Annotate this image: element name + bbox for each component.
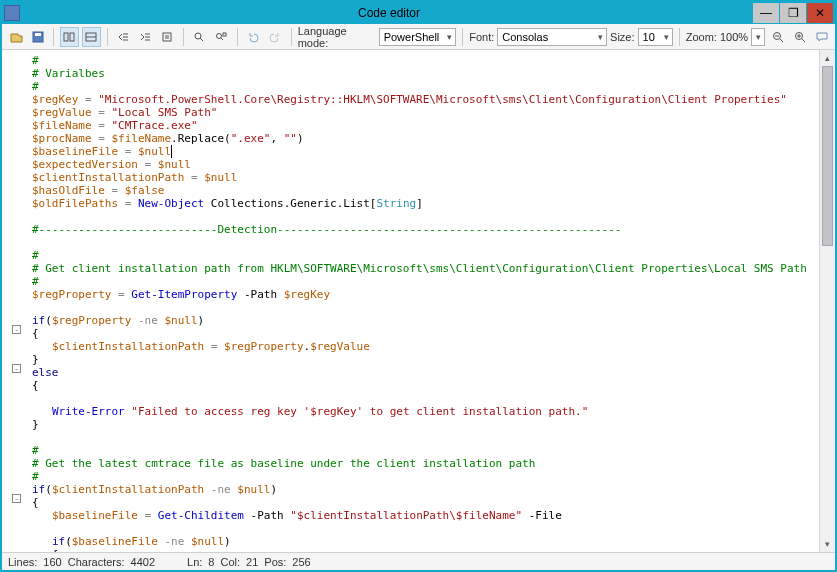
font-combo[interactable]: Consolas xyxy=(497,28,607,46)
svg-rect-3 xyxy=(70,33,74,41)
toolbar-separator xyxy=(291,28,292,46)
status-col: 21 xyxy=(246,556,258,568)
indent-button[interactable] xyxy=(136,27,155,47)
statusbar: Lines: 160 Characters: 4402 Ln: 8 Col: 2… xyxy=(2,552,835,570)
scroll-up-icon[interactable]: ▴ xyxy=(820,50,835,66)
svg-rect-1 xyxy=(35,33,41,36)
find-button[interactable] xyxy=(190,27,209,47)
status-lines: 160 xyxy=(43,556,61,568)
vertical-scrollbar[interactable]: ▴ ▾ xyxy=(819,50,835,552)
save-button[interactable] xyxy=(28,27,47,47)
window-controls: — ❐ ✕ xyxy=(752,3,833,23)
toolbar-separator xyxy=(237,28,238,46)
status-pos-label: Pos: xyxy=(264,556,286,568)
toolbar-separator xyxy=(107,28,108,46)
scroll-down-icon[interactable]: ▾ xyxy=(820,536,835,552)
code-content[interactable]: # # Varialbes # $regKey = "Microsoft.Pow… xyxy=(24,50,819,552)
feedback-button[interactable] xyxy=(812,27,831,47)
status-chars-label: Characters: xyxy=(68,556,125,568)
toolbar-separator xyxy=(53,28,54,46)
toolbar: Language mode: PowerShell Font: Consolas… xyxy=(2,24,835,50)
gutter: - - - xyxy=(2,50,24,552)
zoom-combo[interactable] xyxy=(751,28,765,46)
svg-rect-2 xyxy=(64,33,68,41)
toggle-button-2[interactable] xyxy=(82,27,101,47)
size-label: Size: xyxy=(610,31,634,43)
zoom-label: Zoom: xyxy=(686,31,717,43)
language-label: Language mode: xyxy=(298,25,376,49)
app-icon xyxy=(4,5,20,21)
svg-line-16 xyxy=(200,38,203,41)
outdent-button[interactable] xyxy=(114,27,133,47)
minimize-button[interactable]: — xyxy=(753,3,779,23)
fold-marker[interactable]: - xyxy=(12,494,21,503)
toggle-button-1[interactable] xyxy=(60,27,79,47)
fold-marker[interactable]: - xyxy=(12,364,21,373)
language-combo[interactable]: PowerShell xyxy=(379,28,457,46)
zoom-in-button[interactable] xyxy=(790,27,809,47)
fold-marker[interactable]: - xyxy=(12,325,21,334)
format-button[interactable] xyxy=(158,27,177,47)
language-value: PowerShell xyxy=(384,31,440,43)
svg-line-18 xyxy=(221,38,223,40)
svg-line-26 xyxy=(802,39,805,42)
svg-line-22 xyxy=(780,39,783,42)
zoom-out-button[interactable] xyxy=(768,27,787,47)
scroll-thumb[interactable] xyxy=(822,66,833,246)
code-scroll[interactable]: # # Varialbes # $regKey = "Microsoft.Pow… xyxy=(24,50,819,552)
maximize-button[interactable]: ❐ xyxy=(780,3,806,23)
toolbar-separator xyxy=(679,28,680,46)
size-combo[interactable]: 10 xyxy=(638,28,673,46)
font-label: Font: xyxy=(469,31,494,43)
size-value: 10 xyxy=(643,31,655,43)
redo-button[interactable] xyxy=(266,27,285,47)
scroll-track[interactable] xyxy=(820,66,835,536)
status-pos: 256 xyxy=(292,556,310,568)
open-button[interactable] xyxy=(6,27,25,47)
replace-button[interactable] xyxy=(212,27,231,47)
close-button[interactable]: ✕ xyxy=(807,3,833,23)
editor-area: - - - # # Varialbes # $regKey = "Microso… xyxy=(2,50,835,552)
window-title: Code editor xyxy=(26,6,752,20)
status-col-label: Col: xyxy=(220,556,240,568)
status-lines-label: Lines: xyxy=(8,556,37,568)
toolbar-separator xyxy=(462,28,463,46)
zoom-value: 100% xyxy=(720,31,748,43)
svg-point-17 xyxy=(217,33,222,38)
svg-rect-12 xyxy=(163,33,171,41)
font-value: Consolas xyxy=(502,31,548,43)
status-ln-label: Ln: xyxy=(187,556,202,568)
status-ln: 8 xyxy=(208,556,214,568)
titlebar: Code editor — ❐ ✕ xyxy=(2,2,835,24)
undo-button[interactable] xyxy=(244,27,263,47)
toolbar-separator xyxy=(183,28,184,46)
svg-rect-19 xyxy=(223,33,226,36)
status-chars: 4402 xyxy=(131,556,155,568)
